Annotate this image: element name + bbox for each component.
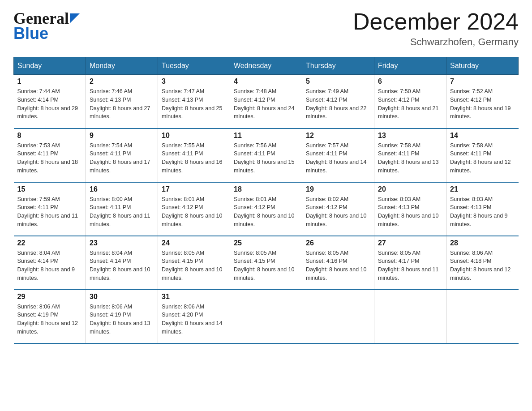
header-thursday: Thursday (302, 57, 374, 75)
day-number: 17 (162, 185, 226, 193)
day-info: Sunrise: 8:02 AMSunset: 4:12 PMDaylight:… (306, 196, 367, 227)
day-info: Sunrise: 8:05 AMSunset: 4:16 PMDaylight:… (306, 250, 367, 281)
day-info: Sunrise: 7:50 AMSunset: 4:12 PMDaylight:… (378, 88, 439, 120)
logo: General Blue (13, 9, 80, 43)
day-info: Sunrise: 8:03 AMSunset: 4:13 PMDaylight:… (378, 196, 439, 227)
day-info: Sunrise: 7:58 AMSunset: 4:11 PMDaylight:… (378, 142, 439, 174)
day-info: Sunrise: 7:56 AMSunset: 4:11 PMDaylight:… (234, 142, 295, 174)
calendar-cell: 3 Sunrise: 7:47 AMSunset: 4:13 PMDayligh… (158, 75, 230, 128)
day-number: 22 (17, 239, 82, 247)
title-section: December 2024 Schwarzhofen, Germany (353, 9, 519, 48)
day-number: 11 (234, 132, 298, 140)
calendar-cell: 11 Sunrise: 7:56 AMSunset: 4:11 PMDaylig… (230, 128, 302, 182)
day-number: 29 (17, 293, 82, 301)
calendar-cell (302, 290, 374, 343)
calendar-cell: 17 Sunrise: 8:01 AMSunset: 4:12 PMDaylig… (158, 182, 230, 236)
day-info: Sunrise: 7:48 AMSunset: 4:12 PMDaylight:… (234, 88, 295, 120)
header-wednesday: Wednesday (230, 57, 302, 75)
day-number: 24 (162, 239, 226, 247)
calendar-cell: 13 Sunrise: 7:58 AMSunset: 4:11 PMDaylig… (374, 128, 446, 182)
day-number: 15 (17, 185, 82, 193)
calendar-cell: 8 Sunrise: 7:53 AMSunset: 4:11 PMDayligh… (14, 128, 86, 182)
calendar-cell (230, 290, 302, 343)
day-number: 30 (90, 293, 154, 301)
day-number: 5 (306, 77, 370, 86)
day-number: 2 (90, 77, 154, 86)
logo-blue-text: Blue (13, 24, 48, 43)
day-info: Sunrise: 7:46 AMSunset: 4:13 PMDaylight:… (90, 88, 150, 120)
calendar-cell: 30 Sunrise: 8:06 AMSunset: 4:19 PMDaylig… (86, 290, 158, 343)
calendar-cell (446, 290, 519, 343)
day-info: Sunrise: 8:05 AMSunset: 4:17 PMDaylight:… (378, 250, 439, 281)
calendar-cell: 22 Sunrise: 8:04 AMSunset: 4:14 PMDaylig… (14, 236, 86, 290)
day-info: Sunrise: 7:53 AMSunset: 4:11 PMDaylight:… (17, 142, 78, 174)
day-number: 18 (234, 185, 298, 193)
week-row-5: 29 Sunrise: 8:06 AMSunset: 4:19 PMDaylig… (14, 290, 519, 343)
day-number: 8 (17, 132, 82, 140)
day-number: 23 (90, 239, 154, 247)
calendar-cell: 28 Sunrise: 8:06 AMSunset: 4:18 PMDaylig… (446, 236, 519, 290)
day-number: 20 (378, 185, 442, 193)
calendar-cell: 2 Sunrise: 7:46 AMSunset: 4:13 PMDayligh… (86, 75, 158, 128)
day-info: Sunrise: 8:04 AMSunset: 4:14 PMDaylight:… (90, 250, 150, 281)
day-info: Sunrise: 7:47 AMSunset: 4:13 PMDaylight:… (162, 88, 223, 120)
calendar-cell: 20 Sunrise: 8:03 AMSunset: 4:13 PMDaylig… (374, 182, 446, 236)
calendar-cell: 19 Sunrise: 8:02 AMSunset: 4:12 PMDaylig… (302, 182, 374, 236)
calendar-cell: 31 Sunrise: 8:06 AMSunset: 4:20 PMDaylig… (158, 290, 230, 343)
day-info: Sunrise: 7:49 AMSunset: 4:12 PMDaylight:… (306, 88, 367, 120)
calendar-cell: 10 Sunrise: 7:55 AMSunset: 4:11 PMDaylig… (158, 128, 230, 182)
day-number: 25 (234, 239, 298, 247)
day-info: Sunrise: 8:06 AMSunset: 4:19 PMDaylight:… (17, 304, 78, 335)
day-number: 14 (450, 132, 515, 140)
day-number: 28 (450, 239, 515, 247)
calendar-cell: 18 Sunrise: 8:01 AMSunset: 4:12 PMDaylig… (230, 182, 302, 236)
day-number: 31 (162, 293, 226, 301)
calendar-cell: 5 Sunrise: 7:49 AMSunset: 4:12 PMDayligh… (302, 75, 374, 128)
svg-marker-0 (70, 13, 80, 23)
header-tuesday: Tuesday (158, 57, 230, 75)
calendar-cell: 26 Sunrise: 8:05 AMSunset: 4:16 PMDaylig… (302, 236, 374, 290)
calendar-cell: 1 Sunrise: 7:44 AMSunset: 4:14 PMDayligh… (14, 75, 86, 128)
header-monday: Monday (86, 57, 158, 75)
calendar-header-row: SundayMondayTuesdayWednesdayThursdayFrid… (14, 57, 519, 75)
day-number: 4 (234, 77, 298, 86)
day-info: Sunrise: 7:55 AMSunset: 4:11 PMDaylight:… (162, 142, 223, 174)
day-info: Sunrise: 8:01 AMSunset: 4:12 PMDaylight:… (234, 196, 295, 227)
calendar-cell: 21 Sunrise: 8:03 AMSunset: 4:13 PMDaylig… (446, 182, 519, 236)
calendar-cell: 27 Sunrise: 8:05 AMSunset: 4:17 PMDaylig… (374, 236, 446, 290)
week-row-1: 1 Sunrise: 7:44 AMSunset: 4:14 PMDayligh… (14, 75, 519, 128)
day-info: Sunrise: 7:54 AMSunset: 4:11 PMDaylight:… (90, 142, 150, 174)
logo-arrow-icon (70, 13, 80, 23)
header-sunday: Sunday (14, 57, 86, 75)
week-row-3: 15 Sunrise: 7:59 AMSunset: 4:11 PMDaylig… (14, 182, 519, 236)
day-info: Sunrise: 8:03 AMSunset: 4:13 PMDaylight:… (450, 196, 508, 227)
calendar-cell: 9 Sunrise: 7:54 AMSunset: 4:11 PMDayligh… (86, 128, 158, 182)
page-header: General Blue December 2024 Schwarzhofen,… (13, 9, 519, 48)
day-number: 9 (90, 132, 154, 140)
calendar-cell: 29 Sunrise: 8:06 AMSunset: 4:19 PMDaylig… (14, 290, 86, 343)
day-info: Sunrise: 8:05 AMSunset: 4:15 PMDaylight:… (162, 250, 223, 281)
day-number: 16 (90, 185, 154, 193)
day-info: Sunrise: 7:58 AMSunset: 4:11 PMDaylight:… (450, 142, 511, 174)
day-number: 7 (450, 77, 515, 86)
calendar-cell: 12 Sunrise: 7:57 AMSunset: 4:11 PMDaylig… (302, 128, 374, 182)
day-number: 19 (306, 185, 370, 193)
calendar-cell: 24 Sunrise: 8:05 AMSunset: 4:15 PMDaylig… (158, 236, 230, 290)
header-saturday: Saturday (446, 57, 519, 75)
day-number: 13 (378, 132, 442, 140)
week-row-4: 22 Sunrise: 8:04 AMSunset: 4:14 PMDaylig… (14, 236, 519, 290)
day-info: Sunrise: 7:52 AMSunset: 4:12 PMDaylight:… (450, 88, 511, 120)
day-info: Sunrise: 8:06 AMSunset: 4:20 PMDaylight:… (162, 304, 223, 335)
calendar-table: SundayMondayTuesdayWednesdayThursdayFrid… (13, 57, 519, 344)
day-number: 26 (306, 239, 370, 247)
day-info: Sunrise: 8:06 AMSunset: 4:19 PMDaylight:… (90, 304, 150, 335)
day-number: 6 (378, 77, 442, 86)
calendar-cell: 4 Sunrise: 7:48 AMSunset: 4:12 PMDayligh… (230, 75, 302, 128)
day-info: Sunrise: 7:57 AMSunset: 4:11 PMDaylight:… (306, 142, 367, 174)
location-text: Schwarzhofen, Germany (353, 36, 519, 48)
day-number: 12 (306, 132, 370, 140)
day-number: 1 (17, 77, 82, 86)
day-info: Sunrise: 7:59 AMSunset: 4:11 PMDaylight:… (17, 196, 78, 227)
day-info: Sunrise: 8:05 AMSunset: 4:15 PMDaylight:… (234, 250, 295, 281)
calendar-cell: 25 Sunrise: 8:05 AMSunset: 4:15 PMDaylig… (230, 236, 302, 290)
